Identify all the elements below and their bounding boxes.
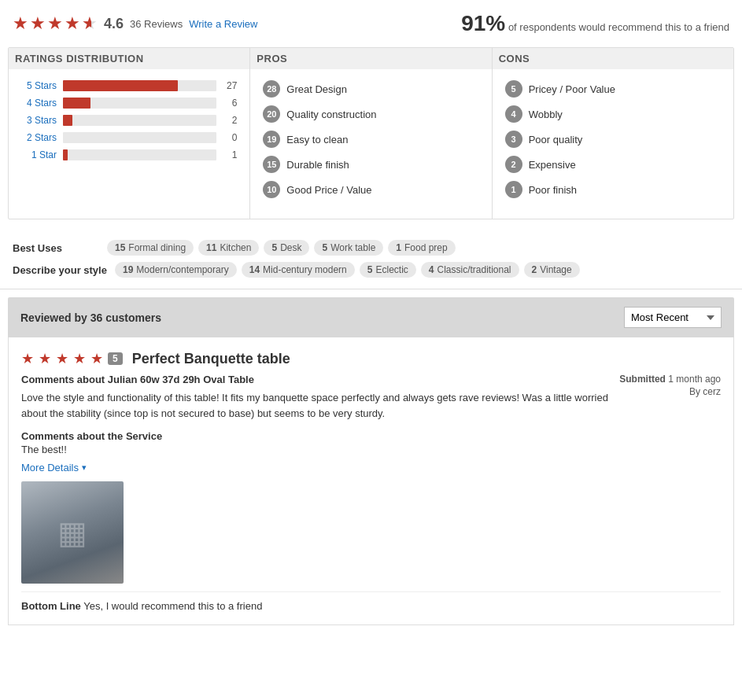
tag-label: Desk <box>280 242 301 253</box>
recommend-text: of respondents would recommend this to a… <box>508 21 729 33</box>
header: ★ ★ ★ ★ ★★ 4.6 36 Reviews Write a Review… <box>0 0 742 47</box>
rating-label[interactable]: 3 Stars <box>21 115 57 126</box>
service-label: Comments about the Service <box>21 430 619 442</box>
con-badge: 4 <box>505 105 522 123</box>
pro-label: Good Price / Value <box>286 184 371 196</box>
by-label: By <box>689 386 700 397</box>
tag-label: Modern/contemporary <box>136 264 228 275</box>
rating-label[interactable]: 2 Stars <box>21 132 57 143</box>
bar-background <box>63 98 216 109</box>
review-image: ▦ <box>21 481 124 584</box>
submitted-label: Submitted <box>619 374 666 385</box>
rating-label[interactable]: 1 Star <box>21 149 57 160</box>
cons-header: CONS <box>493 48 733 69</box>
tag-label: Work table <box>330 242 375 253</box>
best-use-tag[interactable]: 5Desk <box>264 240 309 256</box>
review-body: Love the style and functionality of this… <box>21 390 619 421</box>
recommend-section: 91% of respondents would recommend this … <box>461 11 729 36</box>
bottom-line: Bottom Line Yes, I would recommend this … <box>21 600 721 612</box>
star-2: ★ <box>30 13 46 34</box>
rating-row: 1 Star 1 <box>21 149 237 160</box>
rating-row: 5 Stars 27 <box>21 80 237 91</box>
bar-background <box>63 115 216 126</box>
cons-rows: 5 Pricey / Poor Value 4 Wobbly 3 Poor qu… <box>505 80 721 198</box>
review-badge: 5 <box>108 352 123 365</box>
style-tag[interactable]: 4Classic/traditional <box>421 262 519 278</box>
con-label: Poor finish <box>529 184 577 196</box>
con-badge: 2 <box>505 156 522 173</box>
bar-background <box>63 80 216 91</box>
pro-row: 15 Durable finish <box>263 156 478 173</box>
best-use-tag[interactable]: 15Formal dining <box>107 240 194 256</box>
pro-row: 19 Easy to clean <box>263 131 478 148</box>
review-product: Comments about Julian 60w 37d 29h Oval T… <box>21 374 619 385</box>
style-tag[interactable]: 19Modern/contemporary <box>115 262 237 278</box>
tag-count: 5 <box>367 264 373 275</box>
best-use-tag[interactable]: 11Kitchen <box>198 240 259 256</box>
review-title: Perfect Banquette table <box>132 351 290 367</box>
pro-badge: 10 <box>263 181 280 198</box>
pro-row: 10 Good Price / Value <box>263 181 478 198</box>
rating-label[interactable]: 4 Stars <box>21 98 57 109</box>
recommend-percent: 91% <box>461 11 505 35</box>
pro-badge: 15 <box>263 156 280 173</box>
ratings-dist-col: RATINGS DISTRIBUTION 5 Stars 27 4 Stars … <box>9 48 250 219</box>
review-stars-row: ★ ★ ★ ★ ★ 5 Perfect Banquette table <box>21 350 721 367</box>
tag-count: 1 <box>396 242 401 253</box>
bar-fill <box>63 115 72 126</box>
write-review-link[interactable]: Write a Review <box>189 18 257 30</box>
rev-star-3: ★ <box>56 350 68 367</box>
star-1: ★ <box>13 13 28 34</box>
rating-label[interactable]: 5 Stars <box>21 80 57 91</box>
reviews-title: Reviewed by 36 customers <box>20 311 161 324</box>
rating-number: 4.6 <box>104 16 124 32</box>
bar-count: 0 <box>223 132 237 143</box>
style-tag[interactable]: 2Vintage <box>524 262 580 278</box>
sort-select[interactable]: Most Recent Most Helpful Highest Rating … <box>624 307 722 328</box>
submitted-date: 1 month ago <box>668 374 721 385</box>
style-label: Describe your style <box>13 264 107 276</box>
bar-count: 2 <box>223 115 237 126</box>
rating-row: 2 Stars 0 <box>21 132 237 143</box>
chevron-down-icon: ▾ <box>82 462 87 473</box>
pros-header: PROS <box>250 48 491 69</box>
style-tag[interactable]: 5Eclectic <box>360 262 416 278</box>
rev-star-5: ★ <box>90 350 103 367</box>
tag-label: Classic/traditional <box>437 264 511 275</box>
pro-label: Quality construction <box>286 109 376 120</box>
con-row: 5 Pricey / Poor Value <box>505 80 721 98</box>
reviews-header: Reviewed by 36 customers Most Recent Mos… <box>8 297 734 337</box>
pro-row: 28 Great Design <box>263 80 478 98</box>
bottom-line-text: Yes, I would recommend this to a friend <box>83 600 262 612</box>
best-use-tag[interactable]: 5Work table <box>314 240 383 256</box>
style-tag[interactable]: 14Mid-century modern <box>242 262 355 278</box>
pro-label: Great Design <box>286 83 347 95</box>
con-row: 3 Poor quality <box>505 131 721 148</box>
tag-count: 4 <box>429 264 434 275</box>
best-uses-row: Best Uses 15Formal dining11Kitchen5Desk5… <box>13 240 729 256</box>
tag-label: Mid-century modern <box>263 264 347 275</box>
best-uses-label: Best Uses <box>13 242 99 254</box>
review-right: Submitted 1 month ago By cerz <box>619 374 721 584</box>
tag-label: Eclectic <box>375 264 408 275</box>
pro-label: Durable finish <box>286 159 349 171</box>
tag-count: 2 <box>532 264 537 275</box>
star-display: ★ ★ ★ ★ ★★ <box>13 13 98 34</box>
bar-fill <box>63 80 178 91</box>
pro-label: Easy to clean <box>286 134 348 146</box>
bar-fill <box>63 98 90 109</box>
tag-count: 5 <box>322 242 327 253</box>
best-use-tag[interactable]: 1Food prep <box>388 240 455 256</box>
more-details-toggle[interactable]: More Details ▾ <box>21 462 619 473</box>
bar-background <box>63 149 216 160</box>
pro-row: 20 Quality construction <box>263 105 478 123</box>
review-count: 36 Reviews <box>130 18 183 30</box>
author-name: cerz <box>703 386 721 397</box>
review-card: ★ ★ ★ ★ ★ 5 Perfect Banquette table Comm… <box>8 337 734 625</box>
rating-row: 4 Stars 6 <box>21 98 237 109</box>
pros-rows: 28 Great Design 20 Quality construction … <box>263 80 478 198</box>
rev-star-1: ★ <box>21 350 34 367</box>
con-label: Poor quality <box>529 134 583 146</box>
submitted-text: Submitted 1 month ago <box>619 374 721 385</box>
tag-label: Food prep <box>404 242 448 253</box>
